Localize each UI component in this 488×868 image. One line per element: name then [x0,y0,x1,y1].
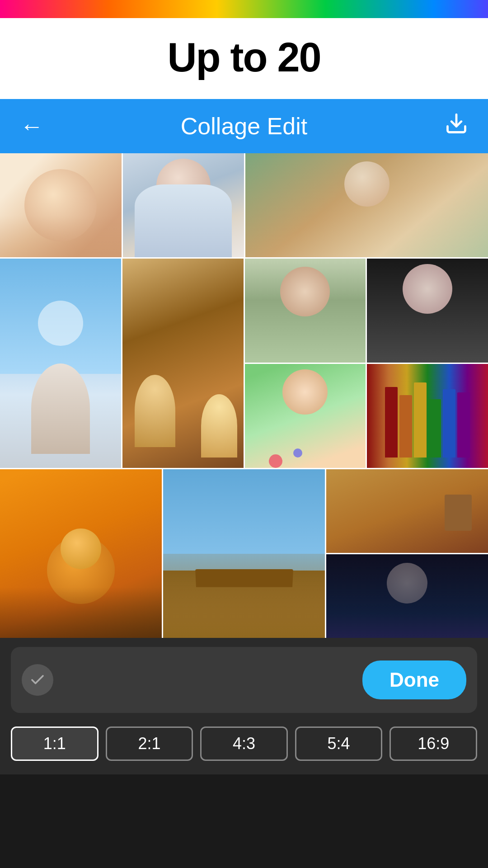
photo-6[interactable] [0,259,121,468]
photo-2[interactable] [123,153,244,257]
photo-3[interactable] [245,153,488,257]
photo-5[interactable] [367,259,488,363]
photo-9[interactable] [367,364,488,468]
done-button[interactable]: Done [362,660,466,699]
check-icon[interactable] [22,664,53,696]
rainbow-banner [0,0,488,18]
ratio-btn-1-1[interactable]: 1:1 [11,726,99,761]
photo-11[interactable] [163,469,325,638]
header-title: Collage Edit [181,113,307,140]
photo-13[interactable] [326,554,488,638]
photo-row-3 [0,469,488,638]
photo-10[interactable] [0,469,162,638]
photo-4[interactable] [245,259,366,363]
bottom-card: Done [11,647,477,713]
photo-row-1 [0,153,488,257]
photo-1[interactable] [0,153,122,257]
photo-grid [0,153,488,638]
title-area: Up to 20 [0,18,488,99]
page-title: Up to 20 [9,34,479,81]
ratio-btn-5-4[interactable]: 5:4 [295,726,383,761]
ratio-btn-16-9[interactable]: 16:9 [389,726,477,761]
ratio-btn-4-3[interactable]: 4:3 [200,726,288,761]
aspect-ratio-bar: 1:1 2:1 4:3 5:4 16:9 [11,726,477,761]
back-button[interactable]: ← [20,113,43,140]
ratio-btn-2-1[interactable]: 2:1 [106,726,193,761]
photo-7[interactable] [122,259,244,468]
bottom-area: Done 1:1 2:1 4:3 5:4 16:9 [0,638,488,774]
download-button[interactable] [445,112,468,141]
photo-row-2 [0,259,488,468]
photo-8[interactable] [245,364,366,468]
header-bar: ← Collage Edit [0,99,488,153]
photo-12[interactable] [326,469,488,553]
